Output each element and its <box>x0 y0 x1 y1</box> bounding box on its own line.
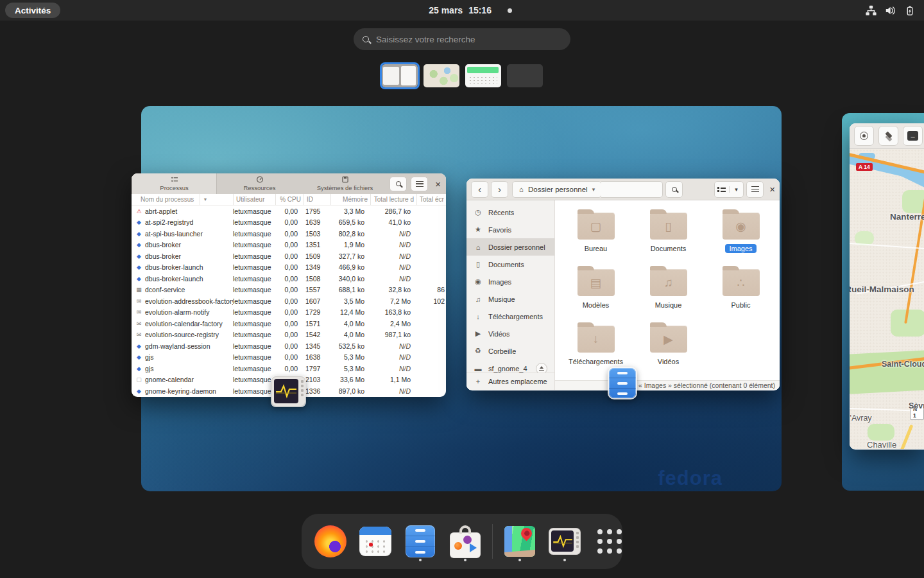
process-row[interactable]: ◆dbus-broker-launch letuxmasque 0,00 150… <box>132 273 446 285</box>
files-window[interactable]: ‹ › ⌂ Dossier personnel ▾ ▾ × ◷ Ré <box>466 179 780 390</box>
process-id: 1729 <box>304 308 330 316</box>
sidebar-item[interactable]: ▯ Documents <box>466 256 554 273</box>
chevron-down-icon[interactable]: ▾ <box>729 186 744 193</box>
process-cpu: 0,00 <box>275 241 304 249</box>
process-name: gjs <box>145 365 153 372</box>
map-canvas[interactable]: A 14 N 1 NanterreRueil-MalmaisonSaint-Cl… <box>850 149 924 449</box>
process-row[interactable]: ◆gdm-wayland-session letuxmasque 0,00 13… <box>132 340 446 352</box>
dock-item-maps[interactable] <box>502 520 538 563</box>
sidebar-item[interactable]: ◉ Images <box>466 273 554 290</box>
process-row[interactable]: ◆at-spi2-registryd letuxmasque 0,00 1639… <box>132 217 446 229</box>
search-input[interactable] <box>376 35 561 44</box>
files-close-button[interactable]: × <box>769 184 775 194</box>
process-name: dbus-broker-launch <box>145 275 203 283</box>
tab-label: Processus <box>160 184 188 191</box>
process-row[interactable]: ⚠abrt-applet letuxmasque 0,00 1795 3,3 M… <box>132 206 446 217</box>
sidebar-item[interactable]: ◷ Récents <box>466 204 554 221</box>
process-cpu: 0,00 <box>275 263 304 271</box>
column-user[interactable]: Utilisateur <box>233 194 275 205</box>
sidebar-item[interactable]: ↓ Téléchargements <box>466 308 554 325</box>
process-name: dconf-service <box>145 286 185 293</box>
monitor-search-button[interactable] <box>389 177 407 191</box>
dock-item-firefox[interactable] <box>312 520 348 563</box>
monitor-close-button[interactable]: × <box>435 179 441 189</box>
zoom-out-button[interactable]: – <box>903 126 923 146</box>
files-menu-button[interactable] <box>746 181 764 198</box>
tab-systemes-fichiers[interactable]: Systèmes de fichiers <box>302 173 388 194</box>
process-disk-read: 32,8 ko <box>370 286 416 293</box>
process-row[interactable]: ◆at-spi-bus-launcher letuxmasque 0,00 15… <box>132 228 446 240</box>
folder-item[interactable]: ∴ Public <box>705 265 777 312</box>
workspace-thumbnail-3[interactable] <box>465 64 501 87</box>
dock-item-system-monitor[interactable] <box>547 520 583 563</box>
monitor-menu-button[interactable] <box>411 177 428 191</box>
folder-item[interactable]: ▯ Documents <box>632 209 705 256</box>
process-row[interactable]: ✉evolution-source-registry letuxmasque 0… <box>132 329 446 341</box>
folder-item[interactable]: ◉ Images <box>705 209 777 256</box>
locate-button[interactable] <box>854 126 874 146</box>
column-disk-read[interactable]: Total lecture d <box>370 194 416 205</box>
process-icon: ✉ <box>135 331 142 338</box>
folder-item[interactable]: ▤ Modèles <box>560 265 632 312</box>
forward-button[interactable]: › <box>491 181 508 198</box>
activities-button[interactable]: Activités <box>5 3 60 18</box>
battery-charging-icon <box>905 5 915 16</box>
sidebar-item[interactable]: ▶ Vidéos <box>466 325 554 342</box>
folder-item[interactable]: ▶ Vidéos <box>632 322 705 369</box>
park-area <box>850 349 924 394</box>
folder-item[interactable]: ♫ Musique <box>632 265 705 312</box>
column-cpu[interactable]: % CPU <box>275 194 304 205</box>
files-sidebar: ◷ Récents ★ Favoris ⌂ Dossier personnel … <box>466 200 555 390</box>
search-bar[interactable] <box>354 28 570 50</box>
tab-ressources[interactable]: Ressources <box>217 173 302 194</box>
dock-item-software[interactable] <box>447 520 483 563</box>
workspace-switcher <box>0 64 924 87</box>
sidebar-item-label: Téléchargements <box>488 313 543 320</box>
maps-window[interactable]: – A 14 N 1 NanterreRueil-MalmaisonSaint-… <box>850 123 924 450</box>
process-row[interactable]: ◆dbus-broker letuxmasque 0,00 1351 1,9 M… <box>132 240 446 251</box>
process-disk-write: 86 <box>416 286 446 293</box>
sidebar-item[interactable]: ★ Favoris <box>466 221 554 238</box>
column-id[interactable]: ID <box>304 194 330 205</box>
column-memory[interactable]: Mémoire <box>330 194 370 205</box>
process-disk-read: 41,0 ko <box>370 218 416 226</box>
process-name: gnome-keyring-daemon <box>145 387 216 395</box>
process-row[interactable]: ✉evolution-alarm-notify letuxmasque 0,00… <box>132 307 446 319</box>
column-disk-write[interactable]: Total écr <box>416 194 446 205</box>
process-name: evolution-source-registry <box>145 331 219 338</box>
tab-processus[interactable]: Processus <box>132 173 217 194</box>
process-icon: ◆ <box>135 219 142 225</box>
process-icon: ⚠ <box>135 208 142 215</box>
folder-item[interactable]: ▢ Bureau <box>560 209 632 256</box>
process-row[interactable]: ◆dbus-broker letuxmasque 0,00 1509 327,7… <box>132 250 446 262</box>
process-row[interactable]: ◆dbus-broker-launch letuxmasque 0,00 134… <box>132 262 446 274</box>
process-row[interactable]: ◆gjs letuxmasque 0,00 1638 5,3 Mo N/D <box>132 352 446 363</box>
view-toggle-button[interactable]: ▾ <box>714 181 744 198</box>
process-row[interactable]: ✉evolution-calendar-factory letuxmasque … <box>132 318 446 329</box>
sidebar-item[interactable]: ♻ Corbeille <box>466 342 554 360</box>
dock-item-app-grid[interactable] <box>592 520 628 563</box>
workspace-thumbnail-2[interactable] <box>424 64 459 87</box>
folder-item[interactable]: ↓ Téléchargements <box>560 322 632 369</box>
park-area <box>902 190 924 213</box>
sidebar-item[interactable]: ♫ Musique <box>466 290 554 308</box>
path-bar[interactable]: ⌂ Dossier personnel ▾ <box>512 181 602 198</box>
workspace-thumbnail-4[interactable] <box>507 64 543 87</box>
process-icon: ◆ <box>135 276 142 282</box>
files-search-button[interactable] <box>665 181 683 198</box>
location-entry[interactable] <box>601 181 663 198</box>
process-row[interactable]: ◆gjs letuxmasque 0,00 1797 5,3 Mo N/D <box>132 363 446 374</box>
sidebar-item[interactable]: ⌂ Dossier personnel <box>466 238 554 256</box>
process-row[interactable]: ✉evolution-addressbook-factory letuxmasq… <box>132 295 446 307</box>
process-row[interactable]: ▦dconf-service letuxmasque 0,00 1557 688… <box>132 285 446 296</box>
dock-item-files[interactable] <box>402 520 438 563</box>
sidebar-item[interactable]: + Autres emplacements <box>466 372 554 390</box>
column-name[interactable]: Nom du processus▼ <box>132 194 233 205</box>
system-status-area[interactable] <box>866 0 915 21</box>
clock-button[interactable]: 25 mars 15:16 <box>429 0 492 21</box>
system-monitor-window[interactable]: Processus Ressources Systèmes de fichier… <box>132 173 446 397</box>
layers-button[interactable] <box>878 126 898 146</box>
workspace-thumbnail-1[interactable] <box>382 64 418 87</box>
back-button[interactable]: ‹ <box>471 181 488 198</box>
dock-item-calendar[interactable] <box>357 520 393 563</box>
